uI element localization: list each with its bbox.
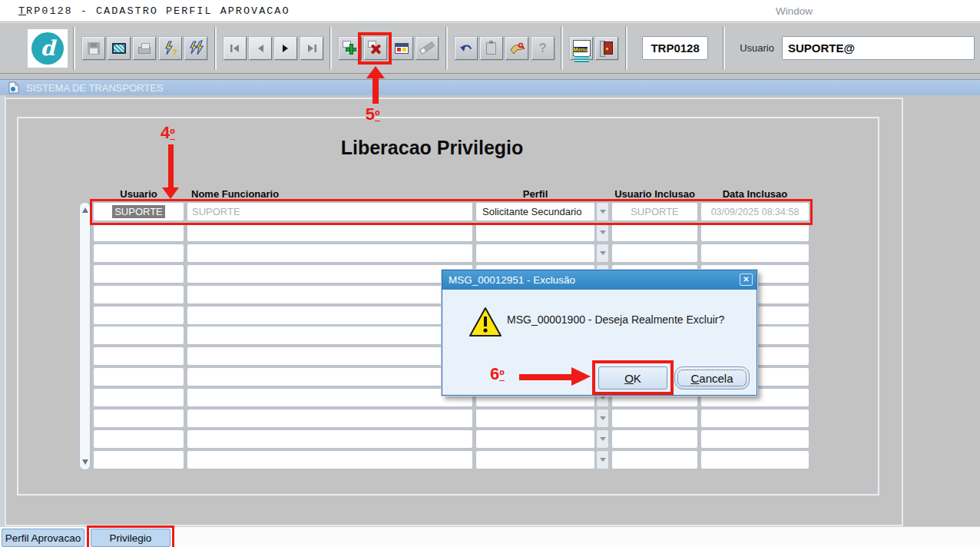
- cell-usuario[interactable]: [93, 388, 184, 407]
- cell-usuario[interactable]: [93, 264, 184, 283]
- tab-perfil-aprovacao[interactable]: Perfil Aprovacao: [2, 529, 84, 547]
- cell-usuario-inclusao[interactable]: [611, 450, 698, 469]
- dialog-close-icon[interactable]: ✕: [740, 274, 753, 286]
- execute-query-button[interactable]: [184, 37, 207, 60]
- cell-usuario[interactable]: [93, 306, 184, 325]
- perfil-dropdown-icon[interactable]: [596, 450, 609, 469]
- dialog-titlebar[interactable]: MSG_00012951 - Exclusão ✕: [442, 270, 757, 290]
- user-keys-button[interactable]: [505, 37, 528, 60]
- cell-nome-funcionario[interactable]: [187, 306, 473, 325]
- enter-query-button[interactable]: ?: [159, 37, 182, 60]
- lock-record-button[interactable]: [390, 37, 413, 60]
- clipboard-button[interactable]: [480, 37, 503, 60]
- screen-button[interactable]: [108, 37, 131, 60]
- cell-usuario[interactable]: [93, 223, 184, 242]
- perfil-dropdown-icon[interactable]: [596, 223, 609, 242]
- cell-nome-funcionario[interactable]: [187, 244, 473, 263]
- confirm-delete-dialog: MSG_00012951 - Exclusão ✕ MSG_00001900 -…: [442, 270, 757, 396]
- cell-usuario[interactable]: [93, 367, 184, 386]
- cell-data-inclusao[interactable]: [700, 450, 809, 469]
- cell-usuario[interactable]: [93, 285, 184, 304]
- dialog-title: MSG_00012951 - Exclusão: [449, 274, 575, 286]
- usuario-label: Usuario: [740, 42, 774, 54]
- first-record-icon: [230, 44, 240, 53]
- annotation-arrow-6-shaft: [519, 374, 573, 380]
- first-record-button[interactable]: [223, 37, 247, 60]
- last-record-button[interactable]: [300, 37, 323, 60]
- cell-nome-funcionario[interactable]: [187, 326, 473, 345]
- lock-record-icon: [395, 43, 409, 54]
- print-button[interactable]: [133, 37, 156, 60]
- previous-record-button[interactable]: [249, 37, 272, 60]
- cell-data-inclusao[interactable]: [700, 244, 809, 263]
- toolbar-separator: [73, 27, 75, 70]
- perfil-dropdown-icon[interactable]: [596, 429, 609, 449]
- cell-usuario[interactable]: [93, 450, 184, 469]
- dialog-message: MSG_00001900 - Deseja Realmente Excluir?: [507, 313, 754, 326]
- print-icon: [138, 47, 151, 54]
- warning-triangle-icon: [468, 307, 502, 337]
- toolbar-separator: [723, 27, 725, 70]
- menu-icon: Menu: [573, 40, 591, 56]
- enter-query-icon: ?: [162, 40, 179, 57]
- perfil-dropdown-icon[interactable]: [596, 244, 609, 263]
- exit-button[interactable]: [595, 37, 618, 60]
- cell-nome-funcionario[interactable]: [187, 388, 473, 407]
- cell-nome-funcionario[interactable]: [187, 264, 473, 283]
- toolbar-separator: [329, 27, 332, 70]
- toolbar-separator: [561, 27, 563, 70]
- cell-usuario[interactable]: [93, 326, 184, 345]
- perfil-dropdown-icon[interactable]: [596, 409, 609, 428]
- undo-button[interactable]: [455, 37, 478, 60]
- cell-perfil[interactable]: [475, 450, 595, 469]
- column-header-usuario-inclusao: Usuario Inclusao: [611, 188, 698, 200]
- cancel-button[interactable]: Cancela: [674, 366, 750, 390]
- cell-nome-funcionario[interactable]: [187, 409, 473, 428]
- next-record-button[interactable]: [274, 37, 297, 60]
- last-record-icon: [306, 44, 317, 53]
- cell-usuario[interactable]: [93, 429, 184, 449]
- save-button[interactable]: [82, 37, 105, 60]
- cell-perfil[interactable]: [475, 223, 595, 242]
- cell-usuario-inclusao[interactable]: [611, 409, 698, 428]
- grid-row: [0, 450, 814, 470]
- cell-nome-funcionario[interactable]: [187, 450, 473, 469]
- menu-button[interactable]: Menu: [570, 37, 593, 60]
- cell-data-inclusao[interactable]: [700, 409, 809, 428]
- cell-usuario-inclusao[interactable]: [611, 223, 698, 242]
- save-icon: [88, 42, 100, 55]
- app-logo: d: [28, 29, 68, 68]
- annotation-step-6: 6º: [490, 364, 505, 384]
- annotation-box-row: [90, 199, 813, 225]
- document-gear-icon: [8, 81, 19, 94]
- cell-data-inclusao[interactable]: [700, 223, 809, 242]
- cell-nome-funcionario[interactable]: [187, 285, 473, 304]
- menu-item-form-title[interactable]: TRP0128 - CADASTRO PERFIL APROVACAO: [18, 5, 290, 17]
- cell-perfil[interactable]: [475, 409, 595, 428]
- cell-usuario-inclusao[interactable]: [611, 429, 698, 449]
- annotation-box-ok: [592, 360, 674, 395]
- cell-usuario[interactable]: [93, 409, 184, 428]
- cell-nome-funcionario[interactable]: [187, 429, 473, 449]
- cell-nome-funcionario[interactable]: [187, 346, 473, 366]
- mdi-titlebar: SISTEMA DE TRANSPORTES: [0, 79, 980, 95]
- column-header-nome-funcionario: Nome Funcionario: [191, 188, 345, 200]
- cell-usuario[interactable]: [93, 346, 184, 366]
- exit-door-icon: [599, 41, 614, 55]
- next-record-icon: [280, 44, 291, 53]
- usuario-input[interactable]: SUPORTE@: [782, 36, 975, 60]
- clear-record-button[interactable]: [416, 37, 439, 60]
- cell-data-inclusao[interactable]: [700, 429, 809, 449]
- annotation-box-delete: [358, 32, 392, 65]
- cell-nome-funcionario[interactable]: [187, 223, 473, 242]
- cell-nome-funcionario[interactable]: [187, 367, 473, 386]
- help-button[interactable]: ?: [531, 37, 555, 60]
- grid-row: [0, 409, 814, 429]
- annotation-arrow-6-head: [571, 367, 591, 386]
- cell-perfil[interactable]: [475, 244, 595, 263]
- cell-perfil[interactable]: [475, 429, 595, 449]
- cell-usuario[interactable]: [93, 244, 184, 263]
- cell-usuario-inclusao[interactable]: [611, 244, 698, 263]
- grid-row: [0, 429, 814, 449]
- menu-item-window[interactable]: Window: [776, 5, 813, 17]
